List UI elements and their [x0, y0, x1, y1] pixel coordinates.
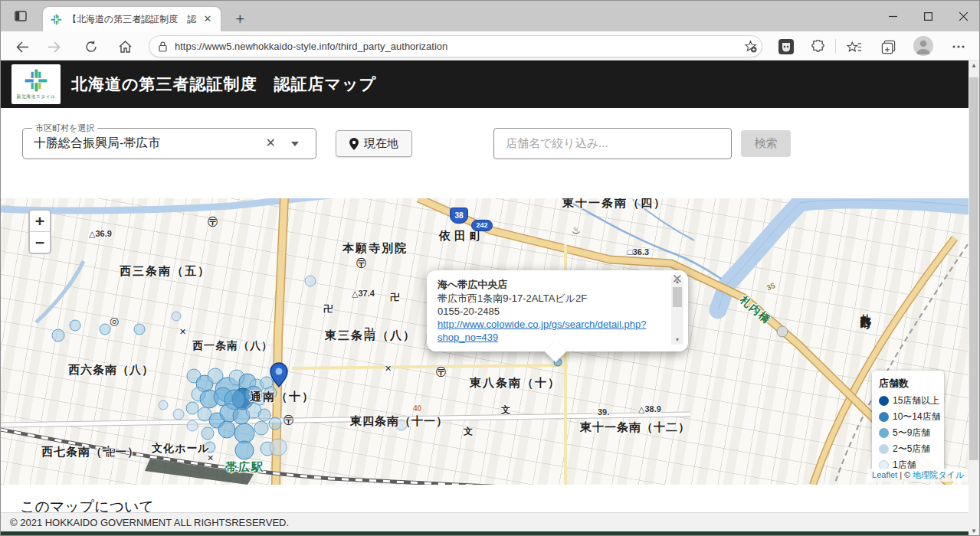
zoom-in-button[interactable]: + [30, 211, 50, 232]
route-shield: 242 [471, 220, 493, 231]
store-phone: 0155-20-2485 [438, 305, 661, 318]
toolbar-divider [835, 39, 836, 54]
legend-dot [879, 412, 889, 422]
map-label: 39. [598, 407, 609, 417]
copyright-text: © 2021 HOKKAIDO GOVERNMENT ALL RIGHTSRES… [10, 517, 289, 528]
map-label: △38.9 [638, 404, 661, 414]
scrollbar-down-icon[interactable]: ▼ [969, 526, 979, 536]
store-cluster-marker[interactable] [270, 439, 287, 456]
store-cluster-marker[interactable] [269, 417, 281, 430]
store-address: 帯広市西1条南9-17-2ALTAビル2F [438, 292, 661, 305]
map-symbol: 〶 [436, 364, 446, 378]
browser-tab[interactable]: 【北海道の第三者認証制度 認証 ✕ [43, 7, 221, 31]
store-cluster-marker[interactable] [218, 421, 235, 438]
map-label: 東四条南（十一） [350, 414, 448, 429]
map-label: 40 [413, 404, 421, 413]
store-cluster-marker[interactable] [134, 324, 145, 335]
page-footer: © 2021 HOKKAIDO GOVERNMENT ALL RIGHTSRES… [1, 512, 980, 531]
tab-title: 【北海道の第三者認証制度 認証 [67, 13, 196, 26]
home-button[interactable] [114, 36, 136, 57]
site-logo: 新北海道スタイル [11, 64, 61, 104]
map-symbol: 卍 [390, 291, 399, 304]
legend-item: 10〜14店舗 [879, 410, 938, 423]
store-cluster-marker[interactable] [258, 409, 270, 421]
store-cluster-marker[interactable] [305, 276, 316, 286]
zoom-out-button[interactable]: − [30, 232, 50, 253]
lock-icon [159, 41, 167, 52]
refresh-button[interactable] [80, 36, 102, 57]
popup-scrollbar[interactable]: ▲ ▼ [671, 277, 683, 345]
municipality-select[interactable]: 市区町村を選択 十勝総合振興局-帯広市 ✕ [22, 128, 316, 159]
map-label: △37.4 [352, 289, 375, 299]
store-name: 海へ帯広中央店 [438, 278, 661, 291]
map-zoom-control: + − [28, 209, 51, 254]
store-cluster-marker[interactable] [186, 402, 198, 414]
url-text: https://www5.newhokkaido-style.info/thir… [175, 41, 744, 52]
store-cluster-marker[interactable] [52, 329, 64, 342]
map-symbol: 文 [464, 425, 473, 438]
scroll-down-icon[interactable]: ▼ [671, 335, 683, 345]
extension-badge-icon[interactable] [775, 36, 797, 57]
store-cluster-marker[interactable] [100, 324, 110, 335]
store-cluster-marker[interactable] [234, 423, 254, 443]
store-link[interactable]: http://www.colowide.co.jp/gs/search/deta… [438, 319, 646, 343]
forward-button[interactable] [43, 36, 64, 57]
legend-item: 15店舗以上 [879, 394, 938, 407]
map-canvas[interactable]: 東十一条南（四）依田町本願寺別院西三条南（五）東三条南（八）西一条南（八）西六条… [1, 198, 970, 485]
current-location-button[interactable]: 現在地 [336, 130, 412, 157]
clear-selection-icon[interactable]: ✕ [266, 136, 276, 150]
map-label: 通南（十） [250, 390, 315, 404]
store-cluster-marker[interactable] [202, 427, 214, 440]
store-cluster-marker[interactable] [159, 400, 168, 410]
leaflet-link[interactable]: Leaflet [872, 470, 897, 479]
profile-avatar[interactable] [913, 36, 933, 56]
scrollbar-up-icon[interactable]: ▲ [969, 60, 979, 71]
map-label: 帯広駅 [225, 460, 264, 475]
window-maximize-button[interactable] [910, 1, 946, 31]
map-symbol: ◎ [110, 315, 119, 327]
map-label: 西一条南（八） [192, 339, 273, 353]
address-bar[interactable]: https://www5.newhokkaido-style.info/thir… [149, 35, 762, 57]
store-name-input[interactable]: 店舗名で絞り込み... [493, 128, 732, 159]
search-button[interactable]: 検索 [741, 130, 791, 157]
map-label: △36.9 [89, 229, 112, 239]
map-symbol: 〶 [208, 214, 218, 228]
extensions-puzzle-icon[interactable] [807, 36, 828, 57]
current-location-label: 現在地 [364, 136, 398, 151]
map-label: 東八条南（十） [470, 376, 561, 391]
map-symbol: 卍 [106, 446, 115, 459]
browser-titlebar: 【北海道の第三者認証制度 認証 ✕ ＋ [1, 1, 980, 31]
legend-item: 5〜9店舗 [879, 427, 938, 440]
municipality-select-label: 市区町村を選択 [32, 123, 97, 134]
store-cluster-marker[interactable] [187, 420, 198, 431]
site-favicon [51, 14, 62, 25]
store-cluster-marker[interactable] [173, 409, 184, 420]
popup-scroll-thumb[interactable] [673, 287, 682, 307]
store-cluster-marker[interactable] [70, 320, 80, 331]
settings-menu-icon[interactable] [948, 36, 969, 57]
page-scrollbar[interactable]: ▲ ▼ [969, 60, 979, 536]
add-favorite-icon[interactable] [744, 40, 757, 53]
popup-close-icon[interactable]: ✕ [672, 273, 683, 286]
tab-close-icon[interactable]: ✕ [201, 12, 215, 26]
footer-accent-bar [1, 531, 980, 536]
scrollbar-thumb[interactable] [969, 77, 978, 460]
tab-actions-icon[interactable] [11, 8, 31, 25]
map-label: 本願寺別院 [343, 241, 408, 256]
store-cluster-marker[interactable] [254, 421, 268, 435]
map-popup: 海へ帯広中央店 帯広市西1条南9-17-2ALTAビル2F 0155-20-24… [427, 270, 688, 351]
store-cluster-marker[interactable] [235, 441, 254, 459]
new-tab-button[interactable]: ＋ [229, 8, 251, 30]
map-symbol: ✕ [179, 327, 186, 337]
chevron-down-icon[interactable] [291, 142, 299, 146]
back-button[interactable] [11, 36, 33, 57]
location-pin-icon [349, 138, 359, 150]
window-close-button[interactable] [946, 1, 980, 31]
window-minimize-button[interactable] [875, 1, 910, 31]
store-cluster-marker[interactable] [172, 312, 181, 321]
favorites-icon[interactable] [844, 36, 865, 57]
legend-dot [879, 444, 889, 454]
collections-icon[interactable] [877, 36, 899, 57]
gsi-tiles-link[interactable]: 地理院タイル [913, 470, 964, 479]
map-symbol: 文 [501, 404, 510, 417]
